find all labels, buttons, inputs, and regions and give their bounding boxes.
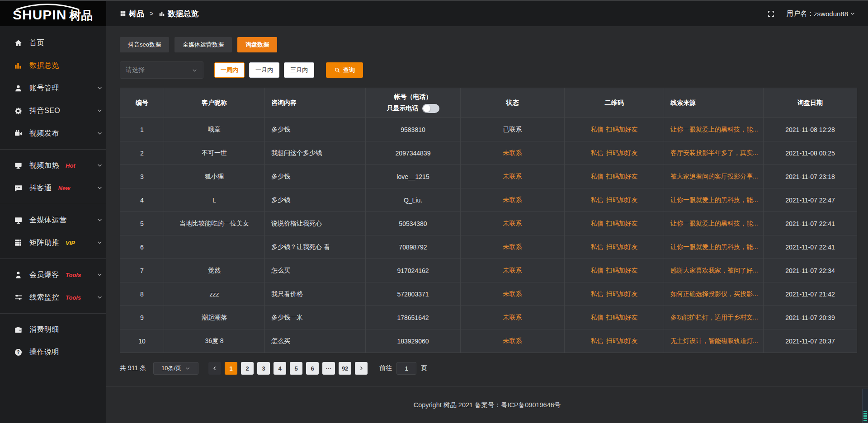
monitor-icon xyxy=(14,216,23,225)
new-badge: New xyxy=(58,185,71,192)
scan-add-friend-link[interactable]: 扫码加好友 xyxy=(606,173,638,180)
cell-source[interactable]: 让你一眼就爱上的黑科技，能... xyxy=(664,188,764,212)
cell-source[interactable]: 被大家追着问的客厅投影分享... xyxy=(664,165,764,188)
cell-date: 2021-11-07 20:37 xyxy=(764,329,857,353)
private-message-link[interactable]: 私信 xyxy=(591,149,604,156)
private-message-link[interactable]: 私信 xyxy=(591,173,604,180)
cell-source[interactable]: 如何正确选择投影仪，买投影... xyxy=(664,282,764,306)
page-button-3[interactable]: 3 xyxy=(257,362,270,375)
cell-no: 2 xyxy=(120,141,164,165)
cell-content: 说说价格让我死心 xyxy=(265,212,366,235)
table-header: 编号 客户昵称 咨询内容 帐号（电话） 只显示电话 xyxy=(120,88,857,118)
edge-scroll-widget[interactable] xyxy=(862,389,868,423)
sidebar-item-label: 视频发布 xyxy=(29,129,59,138)
page-button-5[interactable]: 5 xyxy=(290,362,302,375)
chevron-down-icon xyxy=(850,11,855,16)
scan-add-friend-link[interactable]: 扫码加好友 xyxy=(606,243,638,250)
cell-qrcode: 私信扫码加好友 xyxy=(565,329,664,353)
footer: Copyright 树品 2021 备案号：粤ICP备09019646号 xyxy=(106,386,868,423)
sidebar-item-media-operation[interactable]: 全媒体运营 xyxy=(0,209,106,231)
comment-icon xyxy=(14,183,23,193)
table-row: 10 36度 8 怎么买 183929060 未联系 私信扫码加好友 无主灯设计… xyxy=(120,329,857,353)
cell-date: 2021-11-07 21:42 xyxy=(764,282,857,306)
cell-source[interactable]: 多功能护栏灯，适用于乡村文... xyxy=(664,306,764,329)
phone-only-toggle[interactable] xyxy=(422,104,439,113)
sidebar-item-member-baoke[interactable]: 会员爆客 Tools xyxy=(0,263,106,286)
range-three-months-button[interactable]: 三月内 xyxy=(284,62,314,78)
range-one-week-button[interactable]: 一周内 xyxy=(214,62,245,78)
cell-nickname: L xyxy=(164,188,265,212)
scan-add-friend-link[interactable]: 扫码加好友 xyxy=(606,220,638,227)
username-value: zswodun88 xyxy=(814,10,848,18)
sidebar-item-matrix-boost[interactable]: 矩阵助推 VIP xyxy=(0,231,106,254)
cell-no: 7 xyxy=(120,259,164,282)
scan-add-friend-link[interactable]: 扫码加好友 xyxy=(606,314,638,321)
inquiry-table: 编号 客户昵称 咨询内容 帐号（电话） 只显示电话 xyxy=(120,88,857,353)
fullscreen-icon[interactable] xyxy=(767,10,775,18)
page-button-1[interactable]: 1 xyxy=(225,362,237,375)
sidebar-item-video-heating[interactable]: 视频加热 Hot xyxy=(0,154,106,177)
private-message-link[interactable]: 私信 xyxy=(591,267,604,274)
scan-add-friend-link[interactable]: 扫码加好友 xyxy=(606,337,638,344)
private-message-link[interactable]: 私信 xyxy=(591,290,604,297)
chevron-down-icon xyxy=(185,366,190,371)
table-row: 5 当地比较能吃的一位美女 说说价格让我死心 50534380 未联系 私信扫码… xyxy=(120,212,857,235)
sidebar-item-clue-monitor[interactable]: 线索监控 Tools xyxy=(0,286,106,309)
sidebar-item-expense-detail[interactable]: 消费明细 xyxy=(0,318,106,341)
sidebar-item-douyin-seo[interactable]: 抖音SEO xyxy=(0,99,106,122)
scan-add-friend-link[interactable]: 扫码加好友 xyxy=(606,196,638,203)
sidebar-item-account-management[interactable]: 账号管理 xyxy=(0,77,106,99)
breadcrumb-root[interactable]: 树品 xyxy=(129,9,144,19)
sidebar-item-video-publish[interactable]: 视频发布 xyxy=(0,122,106,145)
goto-page-input[interactable] xyxy=(396,362,416,375)
sidebar-item-operation-guide[interactable]: ? 操作说明 xyxy=(0,341,106,363)
scan-add-friend-link[interactable]: 扫码加好友 xyxy=(606,149,638,156)
search-button[interactable]: 查询 xyxy=(326,62,363,78)
page-button-6[interactable]: 6 xyxy=(306,362,319,375)
sidebar-item-label: 视频加热 xyxy=(29,161,59,170)
private-message-link[interactable]: 私信 xyxy=(591,220,604,227)
sidebar-item-data-overview[interactable]: 数据总览 xyxy=(0,54,106,77)
scan-add-friend-link[interactable]: 扫码加好友 xyxy=(606,267,638,274)
cell-qrcode: 私信扫码加好友 xyxy=(565,282,664,306)
prev-page-button[interactable] xyxy=(208,362,221,375)
cell-source[interactable]: 让你一眼就爱上的黑科技，能... xyxy=(664,118,764,141)
cell-status: 未联系 xyxy=(461,329,565,353)
cell-status: 未联系 xyxy=(461,306,565,329)
sidebar-item-home[interactable]: 首页 xyxy=(0,32,106,54)
private-message-link[interactable]: 私信 xyxy=(591,314,604,321)
range-one-month-button[interactable]: 一月内 xyxy=(249,62,279,78)
sidebar-item-douketong[interactable]: 抖客通 New xyxy=(0,177,106,199)
page-button-4[interactable]: 4 xyxy=(274,362,286,375)
next-page-button[interactable] xyxy=(355,362,368,375)
tab-inquiry-data[interactable]: 询盘数据 xyxy=(237,37,277,52)
private-message-link[interactable]: 私信 xyxy=(591,337,604,344)
cell-date: 2021-11-07 20:39 xyxy=(764,306,857,329)
scan-add-friend-link[interactable]: 扫码加好友 xyxy=(606,290,638,297)
cell-source[interactable]: 让你一眼就爱上的黑科技，能... xyxy=(664,212,764,235)
breadcrumb-current: 数据总览 xyxy=(168,9,198,19)
scan-add-friend-link[interactable]: 扫码加好友 xyxy=(606,126,638,133)
user-menu[interactable]: 用户名： zswodun88 xyxy=(787,9,855,18)
private-message-link[interactable]: 私信 xyxy=(591,196,604,203)
chevron-down-icon xyxy=(97,185,103,191)
table-row: 6 多少钱？让我死心 看 70898792 未联系 私信扫码加好友 让你一眼就爱… xyxy=(120,235,857,259)
cell-qrcode: 私信扫码加好友 xyxy=(565,165,664,188)
page-button-2[interactable]: 2 xyxy=(241,362,254,375)
cell-status: 未联系 xyxy=(461,259,565,282)
tab-douyin-seo-data[interactable]: 抖音seo数据 xyxy=(120,37,169,52)
cell-source[interactable]: 感谢大家喜欢我家，被问了好... xyxy=(664,259,764,282)
cell-source[interactable]: 客厅安装投影半年多了，真实... xyxy=(664,141,764,165)
tab-media-operation-data[interactable]: 全媒体运营数据 xyxy=(175,37,232,52)
phone-header-title: 帐号（电话） xyxy=(394,93,432,101)
private-message-link[interactable]: 私信 xyxy=(591,126,604,133)
sidebar-divider xyxy=(0,258,106,259)
cell-qrcode: 私信扫码加好友 xyxy=(565,212,664,235)
page-size-select[interactable]: 10条/页 xyxy=(153,362,198,375)
cell-source[interactable]: 无主灯设计，智能磁吸轨道灯... xyxy=(664,329,764,353)
cell-source[interactable]: 让你一眼就爱上的黑科技，能... xyxy=(664,235,764,259)
page-button-92[interactable]: 92 xyxy=(339,362,351,375)
account-select[interactable]: 请选择 xyxy=(120,61,203,79)
private-message-link[interactable]: 私信 xyxy=(591,243,604,250)
page-ellipsis-button[interactable]: ··· xyxy=(322,362,335,375)
